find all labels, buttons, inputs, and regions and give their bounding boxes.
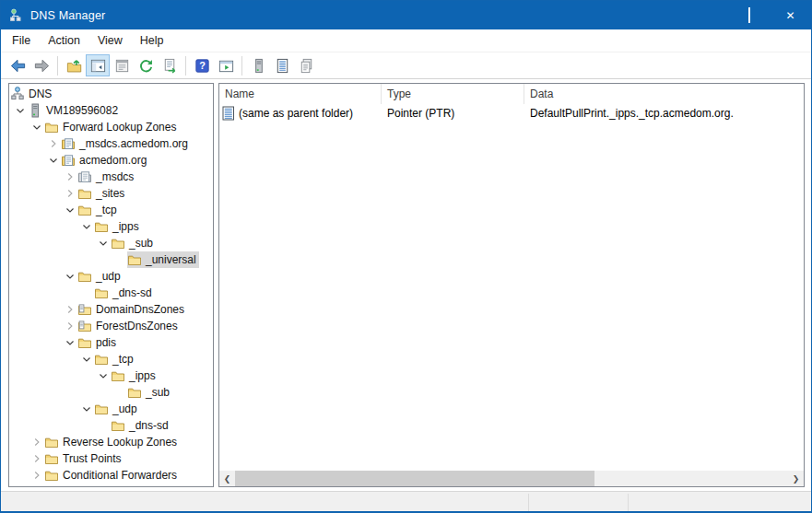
menu-view[interactable]: View <box>89 30 131 51</box>
column-header-name[interactable]: Name <box>219 84 382 104</box>
tree-item-universal[interactable]: _universal <box>9 251 213 268</box>
column-label: Type <box>387 87 411 100</box>
result-list-pane[interactable]: NameTypeData (same as parent folder)Poin… <box>218 83 805 487</box>
tree-item-sub[interactable]: _sub <box>9 235 213 251</box>
horizontal-scrollbar[interactable]: ❮ ❯ <box>219 471 804 486</box>
chevron-down-icon[interactable] <box>29 120 44 134</box>
console-content: DNSVM189596082Forward Lookup Zones_msdcs… <box>1 79 811 491</box>
tree-item-acmedom-org[interactable]: acmedom.org <box>9 152 213 169</box>
tree-item-label: DomainDnsZones <box>96 303 184 316</box>
tree-item-label: DNS <box>29 87 52 100</box>
tree-item-label: _udp <box>96 270 121 283</box>
tree-item-label: _sub <box>129 237 153 250</box>
tree-item-reverse-lookup-zones[interactable]: Reverse Lookup Zones <box>9 434 213 450</box>
tree-item-msdcs-acmedom-org[interactable]: _msdcs.acmedom.org <box>9 135 213 152</box>
tree-item-forward-lookup-zones[interactable]: Forward Lookup Zones <box>9 119 213 135</box>
list-body: (same as parent folder)Pointer (PTR)Defa… <box>219 104 804 122</box>
tree-item-label: ForestDnsZones <box>96 320 178 332</box>
chevron-right-icon[interactable] <box>46 136 61 151</box>
toolbar-separator <box>241 56 242 76</box>
help-button[interactable]: ? <box>190 54 214 76</box>
chevron-down-icon[interactable] <box>96 236 111 251</box>
tree-item-dns[interactable]: DNS <box>9 86 213 102</box>
chevron-down-icon[interactable] <box>79 402 94 416</box>
chevron-down-icon[interactable] <box>79 352 94 367</box>
record-icon <box>222 106 235 121</box>
tree-item-ipps[interactable]: _ipps <box>9 367 213 384</box>
tree-item-sub[interactable]: _sub <box>9 384 213 401</box>
export-list-button[interactable] <box>158 54 182 76</box>
up-one-level-button[interactable] <box>62 54 86 76</box>
tree-item-vm189596082[interactable]: VM189596082 <box>9 102 213 119</box>
folder-icon <box>111 236 125 251</box>
folder-icon <box>94 219 109 234</box>
back-button[interactable] <box>6 54 29 76</box>
title-bar[interactable]: DNS Manager ✕ <box>1 1 811 29</box>
refresh-button[interactable] <box>134 54 158 76</box>
console-tree-pane[interactable]: DNSVM189596082Forward Lookup Zones_msdcs… <box>8 83 214 487</box>
tree-item-udp[interactable]: _udp <box>9 401 213 417</box>
minimize-button[interactable] <box>687 1 728 29</box>
chevron-right-icon[interactable] <box>63 302 77 317</box>
folder-icon <box>44 468 59 483</box>
column-header-type[interactable]: Type <box>382 84 524 104</box>
dns-manager-window: DNS Manager ✕ FileActionViewHelp ? DNSVM… <box>0 0 812 513</box>
chevron-right-icon[interactable] <box>63 186 77 201</box>
tree-item-conditional-forwarders[interactable]: Conditional Forwarders <box>9 467 213 484</box>
tree-item-ipps[interactable]: _ipps <box>9 218 213 235</box>
forward-button[interactable] <box>29 54 53 76</box>
maximize-button[interactable] <box>728 1 770 29</box>
record-list-button[interactable] <box>270 54 294 76</box>
tree-item-dns-sd[interactable]: _dns-sd <box>9 285 213 301</box>
tree-item-label: _sub <box>146 386 170 399</box>
chevron-down-icon[interactable] <box>96 368 111 383</box>
record-list-icon <box>274 57 291 75</box>
scroll-thumb[interactable] <box>235 471 594 486</box>
tree-item-tcp[interactable]: _tcp <box>9 202 213 218</box>
toolbar-separator <box>185 56 186 76</box>
properties-button[interactable] <box>110 54 134 76</box>
menu-help[interactable]: Help <box>132 30 172 51</box>
chevron-right-icon[interactable] <box>29 451 44 466</box>
chevron-down-icon[interactable] <box>63 269 77 284</box>
tree-item-forestdnszones[interactable]: ForestDnsZones <box>9 318 213 334</box>
chevron-down-icon[interactable] <box>46 153 61 168</box>
chevron-down-icon[interactable] <box>63 203 77 217</box>
refresh-icon <box>137 57 155 75</box>
tree-item-pdis[interactable]: pdis <box>9 334 213 351</box>
show-console-tree-button[interactable] <box>86 54 110 76</box>
chevron-down-icon[interactable] <box>79 219 94 234</box>
menu-action[interactable]: Action <box>40 30 88 51</box>
scroll-right-button[interactable]: ❯ <box>788 471 804 486</box>
chevron-right-icon[interactable] <box>63 319 77 333</box>
new-window-button[interactable] <box>214 54 238 76</box>
record-name: (same as parent folder) <box>239 107 353 120</box>
copy-button[interactable] <box>294 54 318 76</box>
tree-item-msdcs[interactable]: _msdcs <box>9 169 213 185</box>
chevron-down-icon[interactable] <box>63 335 77 350</box>
tree-item-tcp[interactable]: _tcp <box>9 351 213 367</box>
tree-item-trust-points[interactable]: Trust Points <box>9 450 213 467</box>
menu-file[interactable]: File <box>4 30 39 51</box>
tree-item-dns-sd[interactable]: _dns-sd <box>9 417 213 434</box>
column-header-data[interactable]: Data <box>524 84 804 104</box>
list-row-same-as-parent-folder[interactable]: (same as parent folder)Pointer (PTR)Defa… <box>219 104 804 122</box>
chevron-down-icon[interactable] <box>13 103 28 118</box>
close-button[interactable]: ✕ <box>770 1 811 29</box>
tree-item-domaindnszones[interactable]: DomainDnsZones <box>9 301 213 318</box>
server-icon <box>28 103 42 118</box>
close-icon: ✕ <box>785 8 794 22</box>
tree-item-sites[interactable]: _sites <box>9 185 213 202</box>
scroll-left-button[interactable]: ❮ <box>219 471 235 486</box>
server-button[interactable] <box>246 54 270 76</box>
tree-item-udp[interactable]: _udp <box>9 268 213 285</box>
chevron-right-icon[interactable] <box>63 169 77 184</box>
chevron-right-icon[interactable] <box>29 468 44 483</box>
clipboard-icon <box>298 57 315 75</box>
chevron-spacer <box>112 385 127 400</box>
folder-icon <box>77 203 92 217</box>
folder-icon <box>94 402 109 416</box>
tree-item-label: pdis <box>96 336 116 349</box>
chevron-right-icon[interactable] <box>29 435 44 449</box>
folder-icon <box>44 120 59 134</box>
